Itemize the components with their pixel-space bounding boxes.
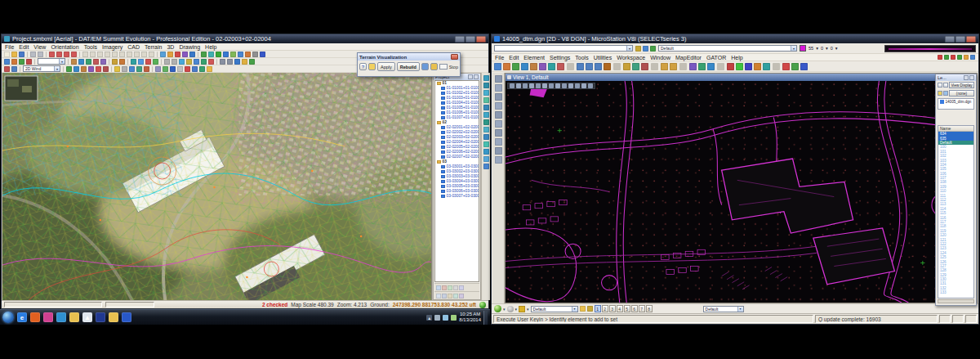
view-control-icon[interactable] <box>516 83 521 88</box>
tool-icon[interactable] <box>167 52 173 57</box>
project-tool-icon[interactable] <box>436 294 441 298</box>
start-button[interactable] <box>2 312 14 323</box>
main-tool-icon[interactable] <box>495 138 502 146</box>
tool-icon[interactable] <box>641 63 648 70</box>
menu-item[interactable]: Workspace <box>617 55 645 61</box>
tool-icon[interactable] <box>577 63 584 70</box>
tool-icon[interactable] <box>161 59 162 65</box>
tool-icon[interactable] <box>114 66 120 72</box>
tool-icon[interactable] <box>112 59 118 65</box>
tool-icon[interactable] <box>201 52 207 57</box>
tool-icon[interactable] <box>157 52 158 57</box>
view-toggle[interactable]: 3 <box>609 305 616 312</box>
tool-icon[interactable] <box>238 52 243 57</box>
attribute-tool-icon[interactable] <box>643 46 648 52</box>
tool-icon[interactable] <box>19 52 24 57</box>
search-globe-icon[interactable] <box>56 312 66 322</box>
tool-icon[interactable] <box>164 59 170 65</box>
menu-item[interactable]: Window <box>650 55 670 61</box>
folder-icon[interactable] <box>69 312 79 322</box>
dialog-titlebar[interactable]: Terrain Visualization <box>358 53 460 61</box>
task-icon[interactable] <box>951 55 956 60</box>
terrain-tool-icon[interactable] <box>483 127 489 132</box>
tool-icon[interactable] <box>689 63 697 70</box>
view-control-icon[interactable] <box>588 83 593 88</box>
filter-dropdown[interactable]: (none) <box>949 90 974 96</box>
tool-icon[interactable] <box>27 52 28 57</box>
tool-icon[interactable] <box>175 52 180 57</box>
tool-icon[interactable] <box>245 52 251 57</box>
tool-icon[interactable] <box>172 59 177 65</box>
tool-icon[interactable] <box>119 59 125 65</box>
tool-icon[interactable] <box>661 63 668 70</box>
view-group-icon[interactable] <box>587 306 593 312</box>
media-player-icon[interactable] <box>43 312 53 322</box>
terrain-tool-icon[interactable] <box>483 141 489 147</box>
show-desktop-button[interactable] <box>483 311 488 325</box>
tool-icon[interactable] <box>153 59 158 65</box>
apply-button[interactable]: Apply <box>377 62 395 71</box>
tool-icon[interactable] <box>38 52 43 57</box>
tool-icon[interactable] <box>160 52 166 57</box>
menu-item[interactable]: Element <box>523 55 545 61</box>
menu-item[interactable]: View <box>33 44 46 50</box>
task-icon[interactable] <box>944 55 949 60</box>
tool-icon[interactable] <box>4 52 10 57</box>
tool-icon[interactable] <box>79 52 80 57</box>
tool-icon[interactable] <box>539 63 546 70</box>
view-control-icon[interactable] <box>510 83 514 88</box>
tool-icon[interactable] <box>56 52 62 57</box>
terrain-tool-icon[interactable] <box>483 134 489 140</box>
bluetooth-icon[interactable] <box>122 312 131 322</box>
close-button[interactable] <box>476 36 486 43</box>
menu-item[interactable]: Utilities <box>594 55 612 61</box>
browser-icon[interactable] <box>30 312 40 322</box>
project-tool-icon[interactable] <box>453 285 458 290</box>
tool-icon[interactable] <box>216 59 217 65</box>
tool-icon[interactable] <box>782 63 790 70</box>
show-hidden-icons[interactable]: ▴ <box>426 315 432 321</box>
level-panel-titlebar[interactable]: Le... <box>936 74 976 81</box>
menu-item[interactable]: Orientation <box>51 44 78 50</box>
tool-icon[interactable] <box>220 59 225 65</box>
tool-icon[interactable] <box>800 63 808 70</box>
tool-icon[interactable] <box>64 52 69 57</box>
tool-icon[interactable] <box>227 59 233 65</box>
tool-icon[interactable] <box>727 63 734 70</box>
tool-icon[interactable] <box>707 63 715 70</box>
level-select-icon[interactable] <box>943 83 948 88</box>
tool-icon[interactable] <box>179 59 185 65</box>
tool-icon[interactable] <box>199 66 205 72</box>
terrain-tool-icon[interactable] <box>483 83 489 88</box>
tool-icon[interactable] <box>127 59 128 65</box>
view-control-icon[interactable] <box>529 83 534 88</box>
main-tool-icon[interactable] <box>495 120 502 128</box>
tool-icon[interactable] <box>754 63 761 70</box>
view-toggle[interactable]: 7 <box>639 305 645 312</box>
project-tool-icon[interactable] <box>459 285 464 290</box>
menu-item[interactable]: Edit <box>19 44 29 50</box>
main-tool-icon[interactable] <box>495 84 502 92</box>
dialog-close-icon[interactable] <box>451 54 458 60</box>
tool-icon[interactable] <box>567 63 574 70</box>
main-tool-icon[interactable] <box>495 129 502 137</box>
key-in-box[interactable]: ▾ <box>494 45 633 52</box>
tool-icon[interactable] <box>216 52 221 57</box>
menu-item[interactable]: Tools <box>84 44 97 50</box>
tool-icon[interactable] <box>670 63 677 70</box>
tool-icon[interactable] <box>189 52 195 57</box>
tool-icon[interactable] <box>177 66 183 72</box>
tool-icon[interactable] <box>763 63 770 70</box>
tool-icon[interactable] <box>230 52 236 57</box>
tool-icon[interactable] <box>651 63 658 70</box>
tool-icon[interactable] <box>141 52 147 57</box>
tool-icon[interactable] <box>144 66 149 72</box>
save-icon[interactable] <box>421 63 429 70</box>
terrain-tool-icon[interactable] <box>483 105 489 110</box>
tool-icon[interactable] <box>149 52 154 57</box>
view-toggle[interactable]: 8 <box>646 305 653 312</box>
attribute-tool-icon[interactable] <box>635 46 641 52</box>
tool-icon[interactable] <box>595 63 602 70</box>
tool-icon[interactable] <box>223 52 229 57</box>
maximize-button[interactable] <box>466 36 475 43</box>
